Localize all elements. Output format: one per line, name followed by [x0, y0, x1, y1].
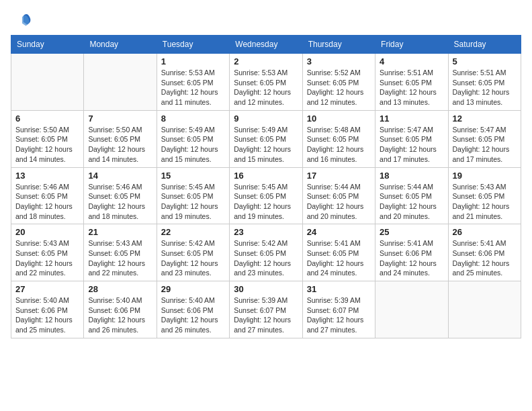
logo [11, 11, 31, 27]
day-number: 24 [307, 227, 371, 237]
weekday-header-wednesday: Wednesday [230, 36, 302, 54]
day-info: Sunrise: 5:43 AM Sunset: 6:05 PM Dayligh… [453, 182, 517, 222]
day-info: Sunrise: 5:49 AM Sunset: 6:05 PM Dayligh… [234, 125, 298, 165]
weekday-header-sunday: Sunday [11, 36, 84, 54]
day-number: 31 [307, 284, 371, 294]
day-info: Sunrise: 5:51 AM Sunset: 6:05 PM Dayligh… [453, 68, 517, 107]
calendar-week-1: 1Sunrise: 5:53 AM Sunset: 6:05 PM Daylig… [11, 54, 521, 111]
day-info: Sunrise: 5:50 AM Sunset: 6:05 PM Dayligh… [15, 125, 79, 165]
day-number: 18 [380, 171, 443, 181]
day-info: Sunrise: 5:40 AM Sunset: 6:06 PM Dayligh… [88, 295, 152, 335]
day-info: Sunrise: 5:43 AM Sunset: 6:05 PM Dayligh… [88, 238, 152, 278]
calendar-cell: 23Sunrise: 5:42 AM Sunset: 6:05 PM Dayli… [230, 224, 302, 281]
day-info: Sunrise: 5:47 AM Sunset: 6:05 PM Dayligh… [453, 125, 517, 165]
day-info: Sunrise: 5:41 AM Sunset: 6:06 PM Dayligh… [380, 238, 443, 278]
calendar-cell: 1Sunrise: 5:53 AM Sunset: 6:05 PM Daylig… [157, 54, 229, 111]
day-info: Sunrise: 5:41 AM Sunset: 6:05 PM Dayligh… [307, 238, 371, 278]
day-info: Sunrise: 5:39 AM Sunset: 6:07 PM Dayligh… [234, 295, 298, 335]
day-number: 17 [307, 171, 371, 181]
day-number: 10 [307, 113, 371, 124]
day-number: 22 [161, 227, 225, 237]
day-info: Sunrise: 5:48 AM Sunset: 6:05 PM Dayligh… [307, 125, 371, 165]
logo-icon [12, 11, 31, 30]
weekday-header-tuesday: Tuesday [157, 36, 229, 54]
calendar-cell: 26Sunrise: 5:41 AM Sunset: 6:06 PM Dayli… [448, 224, 521, 281]
calendar-cell: 4Sunrise: 5:51 AM Sunset: 6:05 PM Daylig… [375, 54, 448, 111]
calendar-cell: 29Sunrise: 5:40 AM Sunset: 6:06 PM Dayli… [157, 281, 229, 338]
day-info: Sunrise: 5:45 AM Sunset: 6:05 PM Dayligh… [234, 182, 298, 222]
day-number: 26 [453, 227, 517, 237]
calendar-cell: 10Sunrise: 5:48 AM Sunset: 6:05 PM Dayli… [302, 110, 375, 167]
calendar-cell: 28Sunrise: 5:40 AM Sunset: 6:06 PM Dayli… [84, 281, 157, 338]
day-info: Sunrise: 5:46 AM Sunset: 6:05 PM Dayligh… [88, 182, 152, 222]
day-info: Sunrise: 5:41 AM Sunset: 6:06 PM Dayligh… [453, 238, 517, 278]
day-info: Sunrise: 5:53 AM Sunset: 6:05 PM Dayligh… [161, 68, 225, 107]
day-number: 19 [453, 171, 517, 181]
calendar-cell: 24Sunrise: 5:41 AM Sunset: 6:05 PM Dayli… [302, 224, 375, 281]
day-number: 15 [161, 171, 225, 181]
weekday-header-saturday: Saturday [448, 36, 521, 54]
calendar-cell: 19Sunrise: 5:43 AM Sunset: 6:05 PM Dayli… [448, 167, 521, 224]
day-info: Sunrise: 5:49 AM Sunset: 6:05 PM Dayligh… [161, 125, 225, 165]
day-info: Sunrise: 5:44 AM Sunset: 6:05 PM Dayligh… [307, 182, 371, 222]
day-info: Sunrise: 5:52 AM Sunset: 6:05 PM Dayligh… [307, 68, 371, 107]
calendar-cell: 20Sunrise: 5:43 AM Sunset: 6:05 PM Dayli… [11, 224, 84, 281]
calendar-table: SundayMondayTuesdayWednesdayThursdayFrid… [11, 35, 521, 338]
day-number: 9 [234, 113, 298, 124]
day-number: 7 [88, 113, 152, 124]
day-info: Sunrise: 5:40 AM Sunset: 6:06 PM Dayligh… [161, 295, 225, 335]
day-info: Sunrise: 5:43 AM Sunset: 6:05 PM Dayligh… [15, 238, 79, 278]
day-number: 30 [234, 284, 298, 294]
calendar-cell [375, 281, 448, 338]
calendar-cell: 9Sunrise: 5:49 AM Sunset: 6:05 PM Daylig… [230, 110, 302, 167]
day-info: Sunrise: 5:42 AM Sunset: 6:05 PM Dayligh… [234, 238, 298, 278]
day-number: 21 [88, 227, 152, 237]
calendar-week-2: 6Sunrise: 5:50 AM Sunset: 6:05 PM Daylig… [11, 110, 521, 167]
day-info: Sunrise: 5:39 AM Sunset: 6:07 PM Dayligh… [307, 295, 371, 335]
day-info: Sunrise: 5:44 AM Sunset: 6:05 PM Dayligh… [380, 182, 443, 222]
day-number: 6 [15, 113, 79, 124]
day-number: 16 [234, 171, 298, 181]
calendar-cell: 3Sunrise: 5:52 AM Sunset: 6:05 PM Daylig… [302, 54, 375, 111]
day-number: 27 [15, 284, 79, 294]
calendar-cell [11, 54, 84, 111]
calendar-cell: 14Sunrise: 5:46 AM Sunset: 6:05 PM Dayli… [84, 167, 157, 224]
calendar-cell: 16Sunrise: 5:45 AM Sunset: 6:05 PM Dayli… [230, 167, 302, 224]
calendar-cell: 11Sunrise: 5:47 AM Sunset: 6:05 PM Dayli… [375, 110, 448, 167]
day-number: 28 [88, 284, 152, 294]
calendar-cell: 5Sunrise: 5:51 AM Sunset: 6:05 PM Daylig… [448, 54, 521, 111]
calendar-cell: 7Sunrise: 5:50 AM Sunset: 6:05 PM Daylig… [84, 110, 157, 167]
calendar-cell: 27Sunrise: 5:40 AM Sunset: 6:06 PM Dayli… [11, 281, 84, 338]
calendar-cell: 15Sunrise: 5:45 AM Sunset: 6:05 PM Dayli… [157, 167, 229, 224]
day-number: 29 [161, 284, 225, 294]
day-info: Sunrise: 5:40 AM Sunset: 6:06 PM Dayligh… [15, 295, 79, 335]
day-number: 13 [15, 171, 79, 181]
page-header [11, 11, 521, 27]
day-number: 1 [161, 56, 225, 66]
day-number: 12 [453, 113, 517, 124]
weekday-header-row: SundayMondayTuesdayWednesdayThursdayFrid… [11, 36, 521, 54]
day-info: Sunrise: 5:46 AM Sunset: 6:05 PM Dayligh… [15, 182, 79, 222]
calendar-cell: 30Sunrise: 5:39 AM Sunset: 6:07 PM Dayli… [230, 281, 302, 338]
calendar-cell: 8Sunrise: 5:49 AM Sunset: 6:05 PM Daylig… [157, 110, 229, 167]
calendar-week-5: 27Sunrise: 5:40 AM Sunset: 6:06 PM Dayli… [11, 281, 521, 338]
day-info: Sunrise: 5:47 AM Sunset: 6:05 PM Dayligh… [380, 125, 443, 165]
weekday-header-monday: Monday [84, 36, 157, 54]
day-info: Sunrise: 5:50 AM Sunset: 6:05 PM Dayligh… [88, 125, 152, 165]
day-number: 25 [380, 227, 443, 237]
weekday-header-thursday: Thursday [302, 36, 375, 54]
day-info: Sunrise: 5:45 AM Sunset: 6:05 PM Dayligh… [161, 182, 225, 222]
day-number: 8 [161, 113, 225, 124]
calendar-cell: 2Sunrise: 5:53 AM Sunset: 6:05 PM Daylig… [230, 54, 302, 111]
day-number: 20 [15, 227, 79, 237]
weekday-header-friday: Friday [375, 36, 448, 54]
calendar-cell: 31Sunrise: 5:39 AM Sunset: 6:07 PM Dayli… [302, 281, 375, 338]
day-number: 3 [307, 56, 371, 66]
day-number: 23 [234, 227, 298, 237]
calendar-cell: 18Sunrise: 5:44 AM Sunset: 6:05 PM Dayli… [375, 167, 448, 224]
calendar-week-3: 13Sunrise: 5:46 AM Sunset: 6:05 PM Dayli… [11, 167, 521, 224]
calendar-cell: 21Sunrise: 5:43 AM Sunset: 6:05 PM Dayli… [84, 224, 157, 281]
day-number: 14 [88, 171, 152, 181]
calendar-cell [448, 281, 521, 338]
calendar-cell: 6Sunrise: 5:50 AM Sunset: 6:05 PM Daylig… [11, 110, 84, 167]
